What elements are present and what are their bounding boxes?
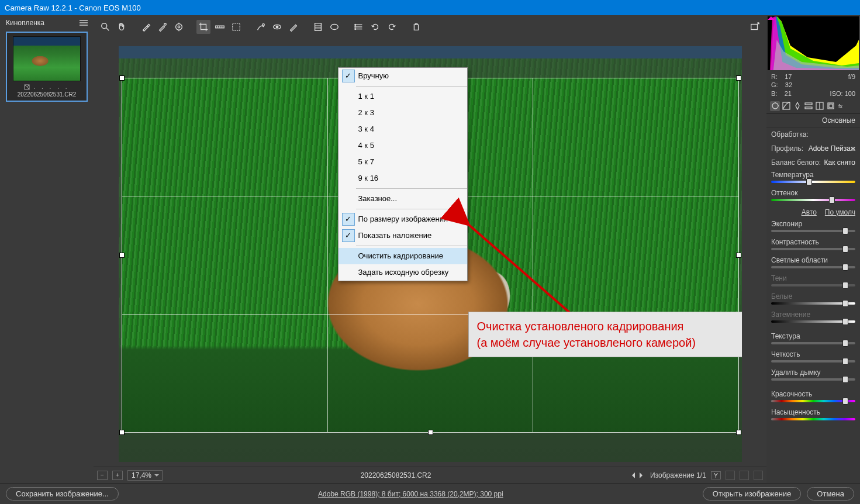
menu-item-ratio-5-7[interactable]: 5 к 7 bbox=[339, 154, 467, 170]
tab-basic-icon[interactable] bbox=[770, 101, 780, 111]
zoom-tool-icon[interactable] bbox=[98, 20, 112, 34]
next-image-button[interactable] bbox=[640, 472, 645, 478]
crop-handle[interactable] bbox=[736, 75, 741, 81]
delete-icon[interactable] bbox=[409, 20, 423, 34]
hand-tool-icon[interactable] bbox=[115, 20, 129, 34]
compare-mode-button[interactable]: Y bbox=[711, 471, 721, 479]
thumbnail-filename: 20220625082531.CR2 bbox=[18, 91, 77, 98]
view-mode-button[interactable] bbox=[754, 471, 763, 480]
menu-item-set-original-crop[interactable]: Задать исходную обрезку bbox=[339, 264, 467, 281]
panel-tabs: fx bbox=[766, 99, 860, 114]
svg-point-13 bbox=[263, 24, 265, 26]
crop-handle[interactable] bbox=[119, 430, 125, 435]
status-bar: − + 17,4% 20220625082531.CR2 Изображение… bbox=[94, 467, 766, 483]
straighten-tool-icon[interactable] bbox=[213, 20, 227, 34]
highlights-slider[interactable]: Светлые области bbox=[766, 255, 860, 273]
prev-image-button[interactable] bbox=[629, 472, 635, 478]
crop-tool-icon[interactable] bbox=[196, 20, 210, 34]
blacks-slider[interactable]: Затемнение bbox=[766, 309, 860, 327]
filmstrip-menu-icon[interactable] bbox=[80, 20, 88, 26]
rotate-ccw-icon[interactable] bbox=[368, 20, 382, 34]
svg-rect-12 bbox=[233, 23, 240, 31]
texture-slider[interactable]: Текстура bbox=[766, 331, 860, 349]
zoom-in-button[interactable]: + bbox=[112, 471, 123, 480]
menu-item-manual[interactable]: ✓Вручную bbox=[339, 68, 467, 84]
annotation-text: (а моём случае установленого камерой) bbox=[477, 334, 742, 351]
eyedropper-wb-icon[interactable] bbox=[139, 20, 153, 34]
zoom-level-dropdown[interactable]: 17,4% bbox=[127, 470, 163, 481]
view-mode-button[interactable] bbox=[726, 471, 735, 480]
menu-item-clear-crop[interactable]: Очистить кадрирование bbox=[339, 248, 467, 264]
menu-item-ratio-2-3[interactable]: 2 к 3 bbox=[339, 105, 467, 121]
profile-row[interactable]: Профиль:Adobe Пейзаж bbox=[766, 141, 860, 156]
zoom-out-button[interactable]: − bbox=[97, 471, 108, 480]
menu-item-fit-image[interactable]: ✓По размеру изображения bbox=[339, 211, 467, 227]
histogram[interactable] bbox=[766, 15, 860, 71]
workflow-link[interactable]: Adobe RGB (1998); 8 бит; 6000 на 3368 (2… bbox=[318, 490, 503, 498]
tab-detail-icon[interactable] bbox=[792, 101, 802, 111]
panel-title: Основные bbox=[766, 114, 860, 127]
crop-handle[interactable] bbox=[119, 75, 125, 81]
menu-item-ratio-1-1[interactable]: 1 к 1 bbox=[339, 88, 467, 105]
rotate-cw-icon[interactable] bbox=[385, 20, 399, 34]
dehaze-slider[interactable]: Удалить дымку bbox=[766, 367, 860, 385]
svg-point-15 bbox=[276, 26, 278, 28]
menu-item-show-overlay[interactable]: ✓Показать наложение bbox=[339, 227, 467, 244]
cancel-button[interactable]: Отмена bbox=[807, 487, 854, 500]
crop-dim bbox=[119, 433, 742, 462]
preferences-list-icon[interactable] bbox=[352, 20, 366, 34]
menu-item-custom[interactable]: Заказное... bbox=[339, 191, 467, 207]
view-mode-button[interactable] bbox=[740, 471, 749, 480]
svg-line-2 bbox=[106, 28, 109, 31]
svg-point-1 bbox=[102, 23, 107, 29]
svg-rect-29 bbox=[783, 102, 790, 109]
vibrance-slider[interactable]: Красочность bbox=[766, 389, 860, 407]
targeted-adjustment-icon[interactable] bbox=[172, 20, 186, 34]
tab-lens-icon[interactable] bbox=[826, 101, 835, 111]
clarity-slider[interactable]: Четкость bbox=[766, 349, 860, 367]
transform-tool-icon[interactable] bbox=[229, 20, 243, 34]
rgb-readout: R: 17 G: 32 B: 21 f/9 ISO: 100 bbox=[766, 71, 860, 99]
menu-item-ratio-9-16[interactable]: 9 к 16 bbox=[339, 170, 467, 187]
saturation-slider[interactable]: Насыщенность bbox=[766, 407, 860, 425]
svg-rect-30 bbox=[805, 103, 812, 105]
auto-link[interactable]: Авто bbox=[802, 208, 817, 216]
svg-point-23 bbox=[355, 25, 356, 26]
adjustment-brush-icon[interactable] bbox=[286, 20, 301, 34]
annotation-callout: Очистка установленого кадрирования (а мо… bbox=[468, 312, 742, 357]
crop-handle[interactable] bbox=[736, 253, 741, 258]
default-link[interactable]: По умолч bbox=[825, 208, 855, 216]
red-eye-icon[interactable] bbox=[270, 20, 284, 34]
tab-hsl-icon[interactable] bbox=[803, 101, 813, 111]
color-sampler-icon[interactable] bbox=[156, 20, 170, 34]
filmstrip-thumbnail[interactable]: . . . . . 20220625082531.CR2 bbox=[6, 32, 88, 102]
shadows-slider[interactable]: Тени bbox=[766, 273, 860, 291]
contrast-slider[interactable]: Контрастность bbox=[766, 237, 860, 255]
svg-point-24 bbox=[355, 26, 356, 27]
graduated-filter-icon[interactable] bbox=[311, 20, 325, 34]
save-image-button[interactable]: Сохранить изображение... bbox=[6, 487, 119, 500]
spot-removal-icon[interactable] bbox=[254, 20, 268, 34]
exposure-slider[interactable]: Экспонир bbox=[766, 219, 860, 237]
crop-handle[interactable] bbox=[428, 430, 433, 435]
svg-rect-31 bbox=[805, 107, 812, 109]
temperature-slider[interactable]: Температура bbox=[766, 170, 860, 188]
svg-line-27 bbox=[467, 223, 579, 321]
image-canvas[interactable]: ✓Вручную 1 к 1 2 к 3 3 к 4 4 к 5 5 к 7 9… bbox=[119, 46, 742, 462]
menu-item-ratio-3-4[interactable]: 3 к 4 bbox=[339, 121, 467, 137]
tab-fx-icon[interactable]: fx bbox=[837, 101, 847, 111]
white-balance-row[interactable]: Баланс белого:Как снято bbox=[766, 156, 860, 170]
treatment-row[interactable]: Обработка: bbox=[766, 127, 860, 141]
crop-handle[interactable] bbox=[736, 430, 741, 435]
crop-handle[interactable] bbox=[119, 253, 125, 258]
thumbnail-image bbox=[13, 36, 81, 81]
open-image-button[interactable]: Открыть изображение bbox=[703, 487, 801, 500]
radial-filter-icon[interactable] bbox=[327, 20, 341, 34]
whites-slider[interactable]: Белые bbox=[766, 291, 860, 309]
crop-context-menu: ✓Вручную 1 к 1 2 к 3 3 к 4 4 к 5 5 к 7 9… bbox=[338, 67, 468, 281]
tint-slider[interactable]: Оттенок bbox=[766, 188, 860, 206]
tab-split-icon[interactable] bbox=[814, 101, 824, 111]
tab-curve-icon[interactable] bbox=[781, 101, 791, 111]
fullscreen-icon[interactable] bbox=[748, 20, 762, 34]
menu-item-ratio-4-5[interactable]: 4 к 5 bbox=[339, 137, 467, 154]
